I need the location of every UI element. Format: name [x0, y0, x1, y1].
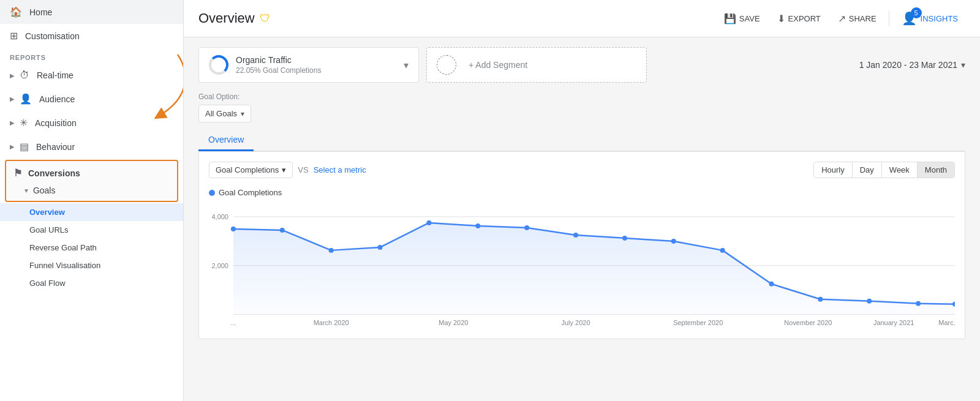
sidebar-realtime-label: Real-time: [37, 70, 74, 80]
segment-spinner: [209, 55, 228, 75]
segment-name: Organic Traffic: [236, 55, 396, 65]
svg-point-11: [475, 223, 480, 228]
goals-header[interactable]: ▼ Goals: [6, 182, 177, 198]
goal-option-select[interactable]: All Goals ▾: [198, 105, 251, 122]
sidebar-item-reverse-goal-path[interactable]: Reverse Goal Path: [0, 239, 183, 257]
svg-point-6: [231, 227, 236, 231]
time-btn-day[interactable]: Day: [853, 162, 882, 178]
flag-icon: ⚑: [13, 167, 22, 179]
header-actions: 💾 SAVE ⬇ EXPORT ↗ SHARE 👤 5 INSIGHTS: [717, 7, 965, 29]
save-button[interactable]: 💾 SAVE: [717, 9, 767, 28]
segment-info: Organic Traffic 22.05% Goal Completions: [236, 55, 396, 75]
date-picker[interactable]: 1 Jan 2020 - 23 Mar 2021 ▾: [859, 60, 965, 70]
insights-icon-container: 👤 5: [902, 11, 917, 26]
sidebar-item-goal-flow[interactable]: Goal Flow: [0, 274, 183, 292]
metric-select[interactable]: Goal Completions ▾: [209, 162, 293, 178]
sidebar-item-acquisition[interactable]: ✳ Acquisition: [0, 111, 183, 135]
share-label: SHARE: [849, 14, 876, 23]
share-button[interactable]: ↗ SHARE: [831, 9, 884, 28]
time-buttons: Hourly Day Week Month: [813, 162, 955, 178]
chart-svg: 4,000 2,000: [209, 204, 955, 327]
conversions-section: ⚑ Conversions ▼ Goals: [0, 159, 183, 203]
customisation-icon: ⊞: [10, 30, 18, 42]
sidebar-item-realtime[interactable]: ⏱ Real-time: [0, 64, 183, 87]
add-segment-circle-icon: [437, 55, 456, 75]
svg-text:2,000: 2,000: [211, 262, 228, 269]
segment-bar: Organic Traffic 22.05% Goal Completions …: [198, 47, 965, 83]
svg-point-15: [671, 239, 676, 244]
export-button[interactable]: ⬇ EXPORT: [770, 9, 828, 28]
time-btn-week[interactable]: Week: [882, 162, 918, 178]
conversions-box: ⚑ Conversions ▼ Goals: [5, 160, 178, 202]
sidebar-item-customisation[interactable]: ⊞ Customisation: [0, 24, 183, 48]
segment-chevron-icon[interactable]: ▾: [404, 59, 409, 71]
svg-text:January 2021: January 2021: [873, 319, 914, 326]
main-content: Overview 🛡 💾 SAVE ⬇ EXPORT ↗ SHARE 👤 5: [184, 0, 980, 401]
chart-container: Goal Completions ▾ VS Select a metric Ho…: [198, 151, 965, 339]
content-area: Organic Traffic 22.05% Goal Completions …: [184, 37, 980, 401]
conversions-label: Conversions: [28, 168, 80, 178]
goal-option-value: All Goals: [205, 109, 237, 118]
add-segment-card[interactable]: + Add Segment: [426, 47, 647, 83]
conversions-header[interactable]: ⚑ Conversions: [6, 163, 177, 182]
page-title-container: Overview 🛡: [198, 10, 271, 26]
time-btn-month[interactable]: Month: [918, 162, 954, 178]
svg-point-19: [867, 299, 872, 304]
acquisition-icon: ✳: [20, 117, 28, 129]
svg-text:September 2020: September 2020: [673, 319, 723, 326]
insights-label: INSIGHTS: [921, 14, 958, 23]
metric-controls: Goal Completions ▾ VS Select a metric: [209, 162, 366, 178]
svg-text:Marc...: Marc...: [938, 319, 955, 326]
svg-point-18: [818, 297, 823, 302]
svg-point-20: [916, 301, 921, 306]
add-segment-label: + Add Segment: [469, 60, 527, 70]
sidebar-home-label: Home: [29, 7, 52, 17]
svg-point-16: [720, 248, 725, 253]
realtime-icon: ⏱: [20, 70, 29, 81]
header-divider: [889, 11, 889, 26]
audience-icon: 👤: [20, 93, 32, 105]
goals-arrow-icon: ▼: [23, 187, 29, 194]
tab-overview[interactable]: Overview: [198, 130, 254, 151]
shield-icon: 🛡: [260, 12, 271, 25]
goal-option-chevron-icon: ▾: [241, 110, 244, 118]
svg-text:November 2020: November 2020: [784, 319, 832, 326]
goals-label: Goals: [33, 186, 56, 195]
svg-text:May 2020: May 2020: [439, 319, 468, 326]
sidebar-audience-label: Audience: [39, 94, 75, 104]
sidebar-item-funnel-visualisation[interactable]: Funnel Visualisation: [0, 257, 183, 274]
vs-label: VS: [298, 165, 308, 174]
metric-select-chevron-icon: ▾: [282, 165, 286, 174]
svg-text:July 2020: July 2020: [562, 319, 590, 326]
svg-point-8: [329, 248, 334, 253]
time-btn-hourly[interactable]: Hourly: [814, 162, 853, 178]
reports-section-label: REPORTS: [0, 48, 183, 64]
sidebar-item-home[interactable]: 🏠 Home: [0, 0, 183, 24]
save-icon: 💾: [724, 13, 736, 24]
date-chevron-icon: ▾: [961, 60, 965, 70]
svg-point-9: [378, 245, 383, 250]
sidebar-item-overview[interactable]: Overview: [0, 203, 183, 221]
date-range-text: 1 Jan 2020 - 23 Mar 2021: [859, 60, 957, 70]
sidebar-item-goal-urls[interactable]: Goal URLs: [0, 221, 183, 239]
svg-text:March 2020: March 2020: [314, 319, 349, 326]
legend-dot: [209, 190, 215, 196]
home-icon: 🏠: [10, 6, 22, 18]
sidebar: 🏠 Home ⊞ Customisation REPORTS ⏱ Real-ti…: [0, 0, 184, 401]
share-icon: ↗: [838, 13, 846, 24]
sidebar-item-audience[interactable]: 👤 Audience: [0, 87, 183, 111]
goals-sub-nav: Overview Goal URLs Reverse Goal Path Fun…: [0, 203, 183, 292]
segment-card-organic: Organic Traffic 22.05% Goal Completions …: [198, 47, 419, 83]
export-icon: ⬇: [777, 13, 785, 24]
svg-point-12: [524, 225, 529, 230]
svg-point-17: [769, 282, 774, 287]
segment-sub: 22.05% Goal Completions: [236, 66, 396, 75]
chart-svg-container: 4,000 2,000: [209, 204, 955, 329]
save-label: SAVE: [739, 14, 760, 23]
sidebar-acquisition-label: Acquisition: [35, 118, 77, 128]
select-metric-link[interactable]: Select a metric: [314, 165, 366, 174]
svg-point-13: [573, 233, 578, 238]
sidebar-item-behaviour[interactable]: ▤ Behaviour: [0, 135, 183, 159]
main-header: Overview 🛡 💾 SAVE ⬇ EXPORT ↗ SHARE 👤 5: [184, 0, 980, 37]
insights-button[interactable]: 👤 5 INSIGHTS: [894, 7, 965, 29]
